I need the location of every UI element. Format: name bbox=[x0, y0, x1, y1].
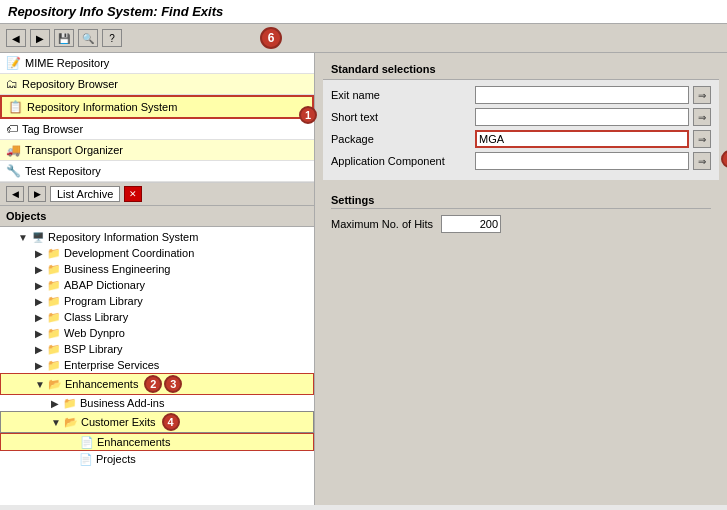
folder-cust-exits-icon bbox=[63, 415, 79, 429]
app-component-input[interactable] bbox=[475, 152, 689, 170]
nav-item-repo-browser[interactable]: 🗂 Repository Browser bbox=[0, 74, 314, 95]
back-button[interactable]: ◀ bbox=[6, 29, 26, 47]
tree-arrow-prog-lib[interactable]: ▶ bbox=[32, 294, 46, 308]
callout-5-badge: 5 bbox=[721, 150, 727, 168]
title-bar: Repository Info System: Find Exits bbox=[0, 0, 727, 24]
tree-arrow-dev-coord[interactable]: ▶ bbox=[32, 246, 46, 260]
obj-close-button[interactable]: ✕ bbox=[124, 186, 142, 202]
tree-item-customer-exits[interactable]: ▼ Customer Exits 4 bbox=[0, 411, 314, 433]
settings-title: Settings bbox=[331, 194, 711, 209]
app-component-arrow-btn[interactable]: ⇒ bbox=[693, 152, 711, 170]
exit-name-input[interactable] bbox=[475, 86, 689, 104]
folder-prog-lib-icon bbox=[46, 294, 62, 308]
nav-item-mime[interactable]: 📝 MIME Repository bbox=[0, 53, 314, 74]
right-content: Standard selections 1 Exit name ⇒ Short … bbox=[315, 53, 727, 245]
tree-arrow-enhancements[interactable]: ▼ bbox=[33, 377, 47, 391]
tree-arrow-abap-dict[interactable]: ▶ bbox=[32, 278, 46, 292]
callout-2-badge: 2 bbox=[144, 375, 162, 393]
folder-bsp-lib-icon bbox=[46, 342, 62, 356]
nav-item-tag-browser[interactable]: 🏷 Tag Browser bbox=[0, 119, 314, 140]
exit-name-row: Exit name ⇒ bbox=[331, 86, 711, 104]
folder-biz-eng-icon bbox=[46, 262, 62, 276]
tree-item-class-lib[interactable]: ▶ Class Library bbox=[0, 309, 314, 325]
settings-section: Settings Maximum No. of Hits bbox=[323, 188, 719, 239]
app-component-label: Application Component bbox=[331, 155, 471, 167]
save-button[interactable]: 💾 bbox=[54, 29, 74, 47]
repo-info-icon: 📋 bbox=[8, 100, 23, 114]
obj-back-button[interactable]: ◀ bbox=[6, 186, 24, 202]
folder-abap-icon bbox=[46, 278, 62, 292]
package-input[interactable] bbox=[475, 130, 689, 148]
tree-arrow-ent-svc[interactable]: ▶ bbox=[32, 358, 46, 372]
package-row: Package ⇒ bbox=[331, 130, 711, 148]
tree-item-biz-addins[interactable]: ▶ Business Add-ins bbox=[0, 395, 314, 411]
repo-browser-icon: 🗂 bbox=[6, 77, 18, 91]
nav-item-transport[interactable]: 🚚 Transport Organizer bbox=[0, 140, 314, 161]
exit-name-label: Exit name bbox=[331, 89, 471, 101]
folder-ent-svc-icon bbox=[46, 358, 62, 372]
nav-items: 📝 MIME Repository 🗂 Repository Browser 📋… bbox=[0, 53, 314, 183]
doc-enh-icon: 📄 bbox=[79, 435, 95, 449]
mime-icon: 📝 bbox=[6, 56, 21, 70]
short-text-label: Short text bbox=[331, 111, 471, 123]
standard-selections-title: Standard selections bbox=[323, 59, 719, 80]
folder-biz-addins-icon bbox=[62, 396, 78, 410]
tree-item-enhancements-child[interactable]: ▶ 📄 Enhancements bbox=[0, 433, 314, 451]
package-label: Package bbox=[331, 133, 471, 145]
form-section: 1 Exit name ⇒ Short text ⇒ bbox=[323, 80, 719, 180]
tree-item-biz-eng[interactable]: ▶ Business Engineering bbox=[0, 261, 314, 277]
callout-3-badge: 3 bbox=[164, 375, 182, 393]
main-toolbar: ◀ ▶ 💾 🔍 ? 6 bbox=[0, 24, 727, 53]
transport-icon: 🚚 bbox=[6, 143, 21, 157]
root-icon bbox=[30, 230, 46, 244]
tree-item-enhancements[interactable]: ▼ Enhancements 2 3 bbox=[0, 373, 314, 395]
package-arrow-btn[interactable]: ⇒ bbox=[693, 130, 711, 148]
tree-arrow-bsp-lib[interactable]: ▶ bbox=[32, 342, 46, 356]
right-panel: Standard selections 1 Exit name ⇒ Short … bbox=[315, 53, 727, 505]
list-archive-button[interactable]: List Archive bbox=[50, 186, 120, 202]
exit-name-arrow-btn[interactable]: ⇒ bbox=[693, 86, 711, 104]
tree-item-abap-dict[interactable]: ▶ ABAP Dictionary bbox=[0, 277, 314, 293]
callout-1-badge: 1 bbox=[299, 106, 317, 124]
form-with-callout: 1 Exit name ⇒ Short text ⇒ bbox=[331, 86, 711, 170]
folder-web-dynpro-icon bbox=[46, 326, 62, 340]
test-repo-icon: 🔧 bbox=[6, 164, 21, 178]
tree-item-ent-svc[interactable]: ▶ Enterprise Services bbox=[0, 357, 314, 373]
tree-item-prog-lib[interactable]: ▶ Program Library bbox=[0, 293, 314, 309]
objects-section-label: Objects bbox=[0, 206, 314, 227]
tree-item-web-dynpro[interactable]: ▶ Web Dynpro bbox=[0, 325, 314, 341]
max-hits-row: Maximum No. of Hits bbox=[331, 215, 711, 233]
tree-arrow-class-lib[interactable]: ▶ bbox=[32, 310, 46, 324]
nav-item-repo-info[interactable]: 📋 Repository Information System bbox=[0, 95, 314, 119]
tree-item-root[interactable]: ▼ Repository Information System bbox=[0, 229, 314, 245]
tree-arrow-cust-exits[interactable]: ▼ bbox=[49, 415, 63, 429]
app-component-row: Application Component ⇒ 5 bbox=[331, 152, 711, 170]
short-text-input[interactable] bbox=[475, 108, 689, 126]
tree-arrow-biz-addins[interactable]: ▶ bbox=[48, 396, 62, 410]
tree-container[interactable]: ▼ Repository Information System ▶ Develo… bbox=[0, 227, 314, 505]
tree-arrow-biz-eng[interactable]: ▶ bbox=[32, 262, 46, 276]
tag-icon: 🏷 bbox=[6, 122, 18, 136]
max-hits-input[interactable] bbox=[441, 215, 501, 233]
doc-projects-icon: 📄 bbox=[78, 452, 94, 466]
folder-dev-coord-icon bbox=[46, 246, 62, 260]
main-layout: 📝 MIME Repository 🗂 Repository Browser 📋… bbox=[0, 53, 727, 505]
short-text-row: Short text ⇒ bbox=[331, 108, 711, 126]
folder-enhancements-icon bbox=[47, 377, 63, 391]
short-text-arrow-btn[interactable]: ⇒ bbox=[693, 108, 711, 126]
object-toolbar: ◀ ▶ List Archive ✕ bbox=[0, 183, 314, 206]
find-button[interactable]: 🔍 bbox=[78, 29, 98, 47]
nav-item-test-repo[interactable]: 🔧 Test Repository bbox=[0, 161, 314, 182]
help-button[interactable]: ? bbox=[102, 29, 122, 47]
tree-item-projects[interactable]: ▶ 📄 Projects bbox=[0, 451, 314, 467]
tree-item-dev-coord[interactable]: ▶ Development Coordination bbox=[0, 245, 314, 261]
folder-class-lib-icon bbox=[46, 310, 62, 324]
page-title: Repository Info System: Find Exits bbox=[8, 4, 719, 19]
max-hits-label: Maximum No. of Hits bbox=[331, 218, 433, 230]
obj-forward-button[interactable]: ▶ bbox=[28, 186, 46, 202]
tree-arrow-root[interactable]: ▼ bbox=[16, 230, 30, 244]
left-panel: 📝 MIME Repository 🗂 Repository Browser 📋… bbox=[0, 53, 315, 505]
forward-button[interactable]: ▶ bbox=[30, 29, 50, 47]
tree-item-bsp-lib[interactable]: ▶ BSP Library bbox=[0, 341, 314, 357]
tree-arrow-web-dynpro[interactable]: ▶ bbox=[32, 326, 46, 340]
